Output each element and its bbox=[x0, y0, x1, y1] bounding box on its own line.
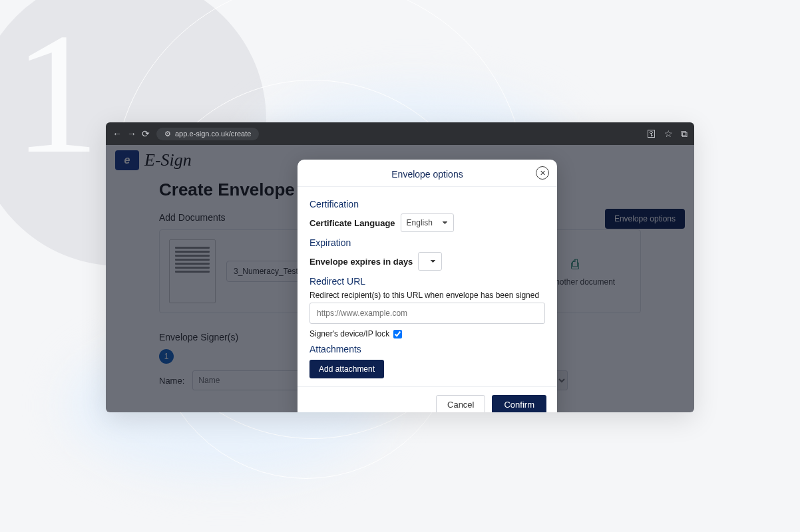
star-icon[interactable]: ☆ bbox=[664, 128, 673, 140]
key-icon[interactable]: ⚿ bbox=[647, 128, 656, 140]
reload-icon[interactable]: ⟳ bbox=[142, 128, 150, 139]
forward-icon[interactable]: → bbox=[127, 128, 136, 139]
close-icon[interactable]: ✕ bbox=[536, 166, 549, 180]
cert-language-label: Certificate Language bbox=[309, 218, 395, 228]
certification-heading: Certification bbox=[309, 199, 545, 209]
modal-title: Envelope options ✕ bbox=[298, 160, 557, 187]
url-text: app.e-sign.co.uk/create bbox=[175, 130, 251, 138]
device-ip-lock-checkbox[interactable] bbox=[393, 330, 402, 338]
cert-language-select[interactable]: English bbox=[401, 213, 454, 232]
expiration-heading: Expiration bbox=[309, 237, 545, 248]
cancel-button[interactable]: Cancel bbox=[436, 395, 485, 412]
address-bar[interactable]: ⚙ app.e-sign.co.uk/create bbox=[156, 128, 259, 140]
redirect-heading: Redirect URL bbox=[309, 276, 545, 287]
modal-footer: Cancel Confirm bbox=[298, 386, 557, 412]
site-settings-icon[interactable]: ⚙ bbox=[164, 130, 171, 138]
browser-window: ← → ⟳ ⚙ app.e-sign.co.uk/create ⚿ ☆ ⧉ e … bbox=[106, 122, 694, 412]
browser-toolbar: ← → ⟳ ⚙ app.e-sign.co.uk/create ⚿ ☆ ⧉ bbox=[106, 122, 694, 145]
redirect-help-text: Redirect recipient(s) to this URL when e… bbox=[309, 291, 545, 300]
attachments-heading: Attachments bbox=[309, 344, 545, 354]
step-number: 1 bbox=[13, 7, 100, 180]
redirect-url-input[interactable] bbox=[309, 303, 545, 324]
confirm-button[interactable]: Confirm bbox=[492, 395, 546, 412]
back-icon[interactable]: ← bbox=[112, 128, 122, 139]
device-ip-lock-label: Signer's device/IP lock bbox=[309, 329, 389, 338]
expires-days-select[interactable] bbox=[418, 252, 442, 271]
app-viewport: e E-Sign Envelope options Create Envelop… bbox=[106, 145, 694, 412]
envelope-options-modal: Envelope options ✕ Certification Certifi… bbox=[298, 160, 557, 412]
expires-label: Envelope expires in days bbox=[309, 257, 413, 267]
extensions-icon[interactable]: ⧉ bbox=[681, 128, 688, 140]
add-attachment-button[interactable]: Add attachment bbox=[309, 360, 384, 378]
